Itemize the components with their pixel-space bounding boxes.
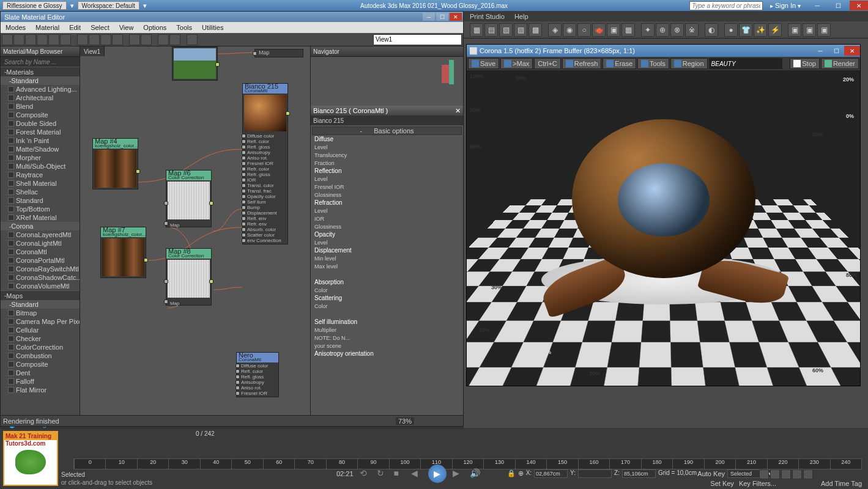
fb-save-button[interactable]: Save [468, 58, 499, 69]
section-maps[interactable]: - Maps [1, 290, 80, 300]
zoom-value[interactable]: 73% [396, 417, 414, 425]
toolbar-btn[interactable]: ◐ [705, 23, 718, 37]
fb-region-button[interactable]: Region [670, 58, 708, 69]
toolbar-btn[interactable]: ▦ [470, 23, 483, 37]
minimize-button[interactable]: ─ [808, 1, 826, 10]
slate-tool-icon[interactable] [89, 34, 100, 45]
tree-item[interactable]: Advanced Lighting... [1, 85, 80, 94]
fb-stop-button[interactable]: Stop [790, 58, 820, 69]
toolbar-btn[interactable]: 👕 [739, 23, 752, 37]
tree-item[interactable]: CoronaMtl [1, 248, 80, 256]
tree-item[interactable]: CoronaLightMtl [1, 239, 80, 248]
toolbar-btn[interactable]: ▤ [484, 23, 498, 37]
fb-maximize-button[interactable]: ☐ [828, 46, 844, 56]
tree-item[interactable]: CoronaRaySwitchMtl [1, 265, 80, 273]
tree-item[interactable]: Forest Material [1, 128, 80, 136]
parameter-rollouts[interactable]: - Basic options DiffuseLevelTranslucency… [311, 125, 463, 415]
fb-titlebar[interactable]: ⬜ Corona 1.5 (hotfix 2) Frame Buffer (82… [467, 45, 860, 57]
node-bianco-material[interactable]: Bianco 215CoronaMtl Diffuse colorRefl. c… [242, 83, 288, 244]
signin-button[interactable]: ▸ Sign In ▾ [765, 2, 806, 9]
toolbar-btn[interactable]: ✦ [641, 23, 655, 37]
play-button[interactable]: ▶ [428, 465, 447, 483]
toolbar-btn[interactable]: ▩ [529, 23, 542, 37]
toolbar-btn[interactable]: ▦ [621, 23, 635, 37]
slate-tool-icon[interactable] [129, 34, 140, 45]
fb-minimize-button[interactable]: ─ [812, 46, 828, 56]
goto-end-icon[interactable] [803, 469, 813, 479]
toolbar-btn[interactable]: ⊗ [670, 23, 684, 37]
group-corona[interactable]: - Corona [1, 222, 80, 230]
tree-item[interactable]: CoronaPortalMtl [1, 256, 80, 265]
toolbar-teapot-icon[interactable]: 🫖 [592, 23, 606, 37]
slate-tool-icon[interactable] [48, 34, 59, 45]
section-materials[interactable]: - Materials [1, 67, 80, 76]
menu-print-studio[interactable]: Print Studio [465, 13, 510, 20]
tree-item[interactable]: Architectural [1, 94, 80, 102]
maximize-button[interactable]: ☐ [829, 1, 847, 10]
coord-y-input[interactable] [578, 469, 612, 478]
tree-item[interactable]: Shellac [1, 188, 80, 196]
fb-render-button[interactable]: Render [821, 58, 859, 69]
slate-close-button[interactable]: ✕ [450, 13, 462, 21]
fb-erase-button[interactable]: Erase [603, 58, 636, 69]
tree-item[interactable]: Multi/Sub-Object [1, 162, 80, 171]
loop-icon[interactable]: ↻ [377, 468, 388, 479]
tree-item[interactable]: Flat Mirror [1, 386, 80, 394]
slate-tool-icon[interactable] [169, 34, 180, 45]
fb-render-view[interactable]: 100% 80% 90% 80% 30% 20% 20% 0% 60% 80% … [467, 70, 860, 386]
autokey-button[interactable]: Auto Key [697, 470, 725, 477]
slate-tool-icon[interactable] [25, 34, 36, 45]
scene-title-combo[interactable]: Riflessione e Glossy [2, 1, 67, 10]
setkey-button[interactable]: Set Key [710, 480, 734, 487]
tree-item[interactable]: Composite [1, 360, 80, 369]
slate-tool-icon[interactable] [187, 34, 198, 45]
tree-item[interactable]: Checker [1, 334, 80, 343]
fb-ctrlc-button[interactable]: Ctrl+C [534, 58, 560, 69]
slate-menu-options[interactable]: Options [138, 24, 171, 31]
tree-item[interactable]: Camera Map Per Pixel [1, 317, 80, 326]
toolbar-btn[interactable]: ◈ [548, 23, 562, 37]
play-anim-icon[interactable] [781, 469, 791, 479]
slate-menu-select[interactable]: Select [86, 24, 114, 31]
tree-item[interactable]: Bitmap [1, 309, 80, 317]
tree-item[interactable]: CoronaVolumeMtl [1, 282, 80, 290]
view-tab[interactable]: View1 [80, 46, 105, 56]
slate-tool-icon[interactable] [158, 34, 169, 45]
goto-start-icon[interactable] [759, 469, 769, 479]
tree-item[interactable]: Raytrace [1, 171, 80, 179]
slate-menu-modes[interactable]: Modes [1, 24, 31, 31]
tree-item[interactable]: CoronaShadowCatc... [1, 273, 80, 282]
browser-search-input[interactable]: Search by Name ... [1, 57, 80, 67]
group-maps-standard[interactable]: - Standard [1, 300, 80, 309]
node-graph-view[interactable]: View1 Map Map #4koenigsholz_color... [80, 46, 310, 415]
slate-titlebar[interactable]: Slate Material Editor ─ ☐ ✕ [1, 12, 463, 22]
coord-z-input[interactable] [622, 469, 656, 478]
navigator-view[interactable] [311, 57, 463, 106]
toolbar-btn[interactable]: ※ [685, 23, 699, 37]
material-name-input[interactable]: Bianco 215 [311, 116, 463, 125]
close-button[interactable]: ✕ [850, 1, 868, 10]
slate-menu-material[interactable]: Material [31, 24, 64, 31]
toolbar-btn[interactable]: ▨ [514, 23, 527, 37]
tree-item[interactable]: Ink 'n Paint [1, 136, 80, 145]
slate-minimize-button[interactable]: ─ [423, 13, 435, 21]
tree-item[interactable]: XRef Material [1, 213, 80, 222]
prev-frame-icon[interactable] [770, 469, 780, 479]
slate-tool-icon[interactable] [13, 34, 24, 45]
keyfilters-button[interactable]: Key Filters... [739, 480, 776, 487]
slate-tool-icon[interactable] [2, 34, 13, 45]
tree-item[interactable]: Cellular [1, 326, 80, 334]
node-map7[interactable]: Map #7koenigsholz_color... [100, 227, 146, 278]
slate-menu-view[interactable]: View [114, 24, 139, 31]
slate-tool-icon[interactable] [60, 34, 71, 45]
tree-item[interactable]: Blend [1, 102, 80, 111]
stop-icon[interactable]: ■ [394, 468, 405, 479]
tree-item[interactable]: Falloff [1, 377, 80, 386]
tree-item[interactable]: Composite [1, 111, 80, 119]
help-search-input[interactable] [689, 1, 763, 10]
toolbar-btn[interactable]: ▣ [803, 23, 816, 37]
toolbar-btn[interactable]: ▣ [607, 23, 620, 37]
add-time-tag[interactable]: Add Time Tag [821, 480, 862, 487]
tree-item[interactable]: Double Sided [1, 119, 80, 128]
fb-refresh-button[interactable]: Refresh [562, 58, 602, 69]
